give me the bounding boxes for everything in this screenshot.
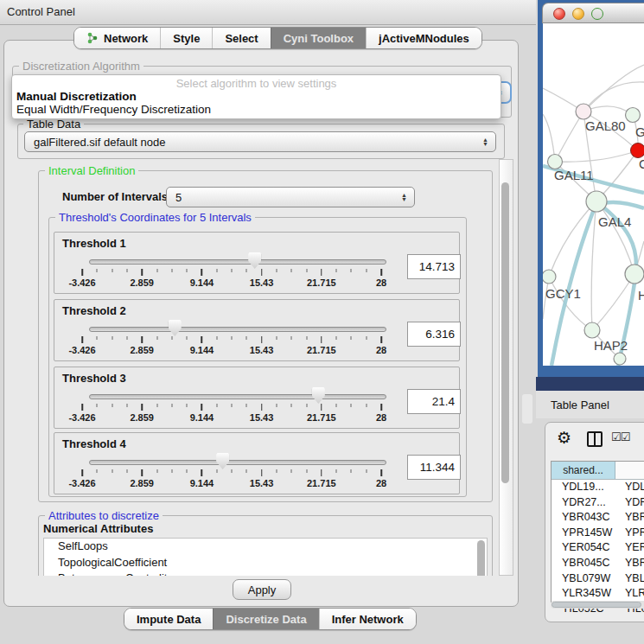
cell-shared-name[interactable]: YBL079W bbox=[552, 571, 615, 587]
table-row[interactable]: YBR045CYBR0 bbox=[552, 556, 644, 571]
tab-infer-network[interactable]: Infer Network bbox=[319, 609, 416, 629]
cell-shared-name[interactable]: YDR27... bbox=[552, 495, 615, 511]
threshold-1-slider-thumb[interactable] bbox=[248, 252, 261, 269]
table-row[interactable]: YDL19...YDL1 bbox=[552, 480, 644, 495]
number-of-intervals-combobox[interactable]: 5 ▲▼ bbox=[166, 187, 415, 207]
minor-tick bbox=[126, 404, 127, 407]
attribute-list-item[interactable]: SelfLoops bbox=[44, 539, 487, 555]
columns-icon[interactable] bbox=[587, 431, 603, 447]
list-scrollbar-thumb[interactable] bbox=[477, 540, 485, 576]
close-traffic-light-icon[interactable] bbox=[553, 8, 565, 20]
threshold-3-slider-thumb[interactable] bbox=[312, 387, 325, 404]
gear-icon[interactable]: ⚙ bbox=[557, 428, 571, 448]
table-row[interactable]: YDR27...YDR2 bbox=[552, 495, 644, 511]
minor-tick bbox=[276, 404, 277, 407]
attribute-list-item[interactable]: BetweennessCentrality bbox=[44, 571, 487, 576]
stepper-icon: ▲▼ bbox=[482, 137, 488, 146]
cell-name[interactable]: YBR0 bbox=[615, 556, 644, 571]
table-row[interactable]: YLR345WYLR3 bbox=[552, 586, 644, 602]
node-gal11[interactable] bbox=[548, 155, 563, 169]
popup-prompt-item[interactable]: Select algorithm to view settings bbox=[12, 77, 501, 90]
cell-name[interactable]: YDL1 bbox=[615, 480, 644, 495]
cell-shared-name[interactable]: YER054C bbox=[552, 540, 615, 556]
node-gcy1[interactable] bbox=[543, 270, 556, 284]
tab-jactivemnodules[interactable]: jActiveMNodules bbox=[366, 28, 481, 48]
panel-scrollbar-thumb[interactable] bbox=[501, 182, 509, 483]
threshold-3-value-field[interactable]: 21.4 bbox=[407, 389, 461, 414]
minor-tick bbox=[366, 269, 367, 272]
node-red-selected[interactable] bbox=[631, 143, 644, 158]
popup-option-manual[interactable]: Manual Discretization bbox=[12, 90, 501, 103]
threshold-3-slider-track[interactable] bbox=[89, 394, 386, 399]
tab-label: Discretize Data bbox=[226, 613, 306, 626]
column-header-name[interactable]: na bbox=[615, 462, 644, 479]
node-gal80[interactable] bbox=[576, 104, 591, 119]
threshold-1-value-field[interactable]: 14.713 bbox=[407, 254, 461, 279]
threshold-4-slider-track[interactable] bbox=[89, 460, 386, 465]
threshold-2-slider-thumb[interactable] bbox=[169, 320, 182, 336]
column-header-shared-name[interactable]: shared... bbox=[552, 462, 615, 479]
panel-scrollbar[interactable] bbox=[499, 159, 513, 576]
table-data-combobox[interactable]: galFiltered.sif default node ▲▼ bbox=[24, 131, 496, 152]
network-canvas[interactable]: GAL80 GA C GAL11 GAL4 GCY1 H HAP2 bbox=[543, 23, 644, 366]
tick-label: -3.426 bbox=[68, 345, 95, 355]
threshold-4-slider-thumb[interactable] bbox=[216, 453, 229, 469]
cell-name[interactable]: YPR1 bbox=[615, 526, 644, 541]
table-panel-titlebar: Table Panel bbox=[536, 391, 644, 418]
numerical-attributes-list[interactable]: SelfLoopsTopologicalCoefficientBetweenne… bbox=[43, 538, 488, 576]
cell-name[interactable]: YER0 bbox=[615, 540, 644, 556]
network-view-window[interactable]: GAL80 GA C GAL11 GAL4 GCY1 H HAP2 bbox=[538, 0, 644, 378]
tick-label: 21.715 bbox=[307, 412, 336, 423]
threshold-4-value-field[interactable]: 11.344 bbox=[407, 455, 461, 480]
cell-shared-name[interactable]: YBR043C bbox=[552, 510, 615, 526]
attribute-list-item[interactable]: TopologicalCoefficient bbox=[44, 555, 487, 571]
node-gal4[interactable] bbox=[586, 191, 607, 212]
minor-tick bbox=[187, 469, 188, 473]
cell-name[interactable]: YDR2 bbox=[615, 495, 644, 511]
threshold-2-value-field[interactable]: 6.316 bbox=[407, 322, 461, 347]
cell-name[interactable]: YBL0 bbox=[615, 571, 644, 587]
apply-button[interactable]: Apply bbox=[233, 579, 291, 600]
checkboxes-icon[interactable]: ☑☑ bbox=[611, 430, 629, 443]
minor-tick bbox=[291, 404, 292, 407]
top-tab-bar: NetworkStyleSelectCyni ToolboxjActiveMNo… bbox=[73, 27, 482, 49]
table-row[interactable]: YBL079WYBL0 bbox=[552, 571, 644, 587]
cell-shared-name[interactable]: YPR145W bbox=[552, 526, 615, 541]
node-hap2[interactable] bbox=[584, 322, 600, 338]
minor-tick bbox=[187, 336, 188, 340]
cell-shared-name[interactable]: YLR345W bbox=[552, 586, 615, 602]
cell-shared-name[interactable]: YBR045C bbox=[552, 556, 615, 571]
major-tick bbox=[261, 469, 263, 476]
minor-tick bbox=[97, 469, 98, 473]
tab-discretize-data[interactable]: Discretize Data bbox=[213, 609, 318, 629]
threshold-1-label: Threshold 1 bbox=[62, 237, 126, 250]
minor-tick bbox=[276, 336, 277, 340]
cell-name[interactable]: YLR3 bbox=[615, 586, 644, 602]
zoom-traffic-light-icon[interactable] bbox=[591, 8, 603, 20]
node-top-right[interactable] bbox=[626, 108, 641, 123]
table-horizontal-scrollbar[interactable] bbox=[551, 601, 644, 609]
cell-shared-name[interactable]: YDL19... bbox=[552, 480, 615, 495]
tab-style[interactable]: Style bbox=[160, 28, 212, 48]
threshold-2-slider-track[interactable] bbox=[89, 327, 386, 332]
popup-option-equal-width[interactable]: Equal Width/Frequency Discretization bbox=[12, 103, 501, 116]
table-row[interactable]: YER054CYER0 bbox=[552, 540, 644, 556]
node-table[interactable]: shared... na YDL19...YDL1YDR27...YDR2YBR… bbox=[551, 461, 644, 603]
major-tick bbox=[141, 269, 143, 276]
node-right-h[interactable] bbox=[625, 265, 644, 284]
slider-tick-labels: -3.4262.8599.14415.4321.71528 bbox=[82, 277, 381, 288]
table-hscrollbar-thumb[interactable] bbox=[552, 602, 641, 608]
node-bottom-partial[interactable] bbox=[614, 353, 626, 365]
cell-name[interactable]: YBR0 bbox=[615, 510, 644, 526]
threshold-1-slider-track[interactable] bbox=[89, 259, 386, 265]
minor-tick bbox=[232, 269, 233, 272]
tab-network[interactable]: Network bbox=[74, 28, 160, 48]
minimize-traffic-light-icon[interactable] bbox=[572, 8, 584, 20]
tab-select[interactable]: Select bbox=[212, 28, 270, 48]
table-row[interactable]: YPR145WYPR1 bbox=[552, 526, 644, 541]
tab-impute-data[interactable]: Impute Data bbox=[124, 609, 213, 629]
panel-splitter[interactable] bbox=[522, 394, 532, 424]
tab-cyni-toolbox[interactable]: Cyni Toolbox bbox=[271, 28, 366, 48]
network-window-titlebar[interactable] bbox=[542, 3, 644, 23]
table-row[interactable]: YBR043CYBR0 bbox=[552, 510, 644, 526]
